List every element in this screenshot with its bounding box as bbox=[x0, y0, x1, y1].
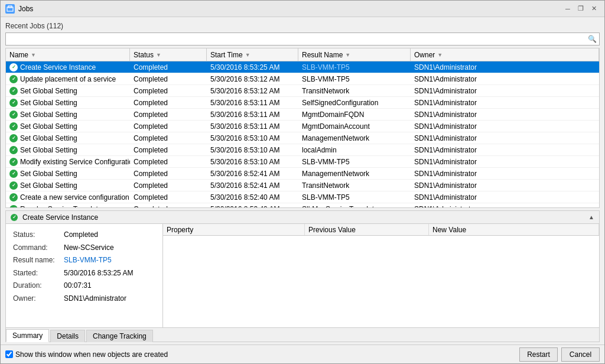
td-starttime: 5/30/2016 8:53:12 AM bbox=[207, 73, 298, 84]
sort-arrow-name: ▼ bbox=[31, 52, 36, 58]
duration-row: Duration: 00:07:31 bbox=[13, 280, 155, 292]
td-owner: SDN1\Administrator bbox=[411, 73, 599, 84]
table-row[interactable]: Modify existing Service Configuration Co… bbox=[6, 156, 599, 168]
td-resultname: TransitNetwork bbox=[298, 85, 411, 96]
command-row: Command: New-SCService bbox=[13, 242, 155, 255]
window-icon bbox=[5, 4, 15, 14]
row-status-icon bbox=[9, 122, 18, 131]
detail-header: Create Service Instance ▲ bbox=[6, 211, 599, 224]
row-status-icon bbox=[9, 205, 18, 208]
td-resultname: MgmtDomainAccount bbox=[298, 121, 411, 132]
close-button[interactable]: ✕ bbox=[588, 4, 600, 14]
td-owner: SDN1\Administrator bbox=[411, 144, 599, 155]
cancel-button[interactable]: Cancel bbox=[561, 347, 600, 362]
td-starttime: 5/30/2016 8:53:10 AM bbox=[207, 144, 298, 155]
tab-summary[interactable]: Summary bbox=[6, 329, 49, 342]
search-input[interactable] bbox=[8, 35, 588, 43]
td-resultname: localAdmin bbox=[298, 144, 411, 155]
td-name: Set Global Setting bbox=[6, 97, 130, 108]
table-row[interactable]: Set Global Setting Completed 5/30/2016 8… bbox=[6, 121, 599, 132]
table-row[interactable]: Set Global Setting Completed 5/30/2016 8… bbox=[6, 132, 599, 144]
table-row[interactable]: Create Service Instance Completed 5/30/2… bbox=[6, 61, 599, 73]
search-icon: 🔍 bbox=[588, 35, 597, 43]
td-owner: SDN1\Administrator bbox=[411, 203, 599, 207]
table-row[interactable]: Set Global Setting Completed 5/30/2016 8… bbox=[6, 85, 599, 97]
minimize-button[interactable]: ─ bbox=[562, 4, 574, 14]
td-starttime: 5/30/2016 8:53:12 AM bbox=[207, 85, 298, 96]
td-name: Set Global Setting bbox=[6, 85, 130, 96]
td-status: Completed bbox=[130, 132, 207, 144]
col-status[interactable]: Status ▼ bbox=[130, 48, 207, 61]
td-name: Create Service Instance bbox=[6, 61, 130, 73]
row-status-icon bbox=[9, 134, 18, 142]
title-bar-controls: ─ ❐ ✕ bbox=[562, 4, 600, 14]
show-window-checkbox-label[interactable]: Show this window when new objects are cr… bbox=[5, 350, 168, 359]
col-owner[interactable]: Owner ▼ bbox=[411, 48, 599, 61]
row-status-icon bbox=[9, 99, 18, 107]
td-starttime: 5/30/2016 8:52:41 AM bbox=[207, 180, 298, 191]
title-bar-left: Jobs bbox=[5, 4, 33, 14]
td-status: Completed bbox=[130, 61, 207, 73]
restart-button[interactable]: Restart bbox=[519, 347, 558, 362]
sort-arrow-status: ▼ bbox=[156, 52, 161, 58]
detail-section: Create Service Instance ▲ Status: Comple… bbox=[5, 210, 600, 342]
sort-arrow-starttime: ▼ bbox=[245, 52, 251, 58]
td-status: Completed bbox=[130, 156, 207, 167]
td-owner: SDN1\Administrator bbox=[411, 61, 599, 73]
table-row[interactable]: Set Global Setting Completed 5/30/2016 8… bbox=[6, 180, 599, 191]
td-status: Completed bbox=[130, 109, 207, 120]
jobs-table: Name ▼ Status ▼ Start Time ▼ Result Name… bbox=[5, 48, 600, 208]
td-starttime: 5/30/2016 8:53:11 AM bbox=[207, 121, 298, 132]
td-owner: SDN1\Administrator bbox=[411, 97, 599, 108]
td-name: Create a new service configuration bbox=[6, 191, 130, 203]
td-owner: SDN1\Administrator bbox=[411, 168, 599, 179]
row-status-icon bbox=[9, 110, 18, 119]
td-resultname: SLB-VMM-TP5 bbox=[298, 61, 411, 73]
td-name: Resolve Service Template bbox=[6, 203, 130, 207]
td-name: Set Global Setting bbox=[6, 109, 130, 120]
tab-change-tracking[interactable]: Change Tracking bbox=[86, 330, 153, 342]
table-row[interactable]: Set Global Setting Completed 5/30/2016 8… bbox=[6, 168, 599, 180]
table-row[interactable]: Update placement of a service Completed … bbox=[6, 73, 599, 85]
table-row[interactable]: Set Global Setting Completed 5/30/2016 8… bbox=[6, 144, 599, 156]
detail-collapse-button[interactable]: ▲ bbox=[588, 214, 594, 220]
prop-table-header: Property Previous Value New Value bbox=[163, 224, 599, 236]
title-bar: Jobs ─ ❐ ✕ bbox=[1, 1, 604, 17]
owner-row: Owner: SDN1\Administrator bbox=[13, 292, 155, 306]
td-starttime: 5/30/2016 8:53:11 AM bbox=[207, 109, 298, 120]
detail-status-icon bbox=[11, 214, 18, 221]
detail-left: Status: Completed Command: New-SCService… bbox=[6, 224, 162, 327]
td-resultname: SLB-VMM-TP5 bbox=[298, 73, 411, 84]
restore-button[interactable]: ❐ bbox=[575, 4, 587, 14]
show-window-checkbox[interactable] bbox=[5, 350, 13, 358]
search-bar[interactable]: 🔍 bbox=[5, 32, 600, 46]
col-resultname[interactable]: Result Name ▼ bbox=[298, 48, 411, 61]
detail-body: Status: Completed Command: New-SCService… bbox=[6, 224, 599, 327]
td-owner: SDN1\Administrator bbox=[411, 156, 599, 167]
table-row[interactable]: Set Global Setting Completed 5/30/2016 8… bbox=[6, 109, 599, 121]
td-name: Set Global Setting bbox=[6, 121, 130, 132]
td-name: Set Global Setting bbox=[6, 132, 130, 144]
table-row[interactable]: Resolve Service Template Completed 5/30/… bbox=[6, 203, 599, 207]
row-status-icon bbox=[9, 63, 18, 72]
table-row[interactable]: Create a new service configuration Compl… bbox=[6, 191, 599, 203]
tab-details[interactable]: Details bbox=[50, 330, 85, 342]
td-status: Completed bbox=[130, 203, 207, 207]
row-status-icon bbox=[9, 181, 18, 190]
col-starttime[interactable]: Start Time ▼ bbox=[207, 48, 298, 61]
table-row[interactable]: Set Global Setting Completed 5/30/2016 8… bbox=[6, 97, 599, 109]
result-name-row: Result name: SLB-VMM-TP5 bbox=[13, 254, 155, 267]
bottom-bar: Show this window when new objects are cr… bbox=[1, 344, 604, 363]
prop-col-prevval: Previous Value bbox=[305, 224, 429, 235]
td-status: Completed bbox=[130, 144, 207, 155]
prop-body bbox=[163, 236, 599, 327]
td-starttime: 5/30/2016 8:53:11 AM bbox=[207, 97, 298, 108]
main-window: Jobs ─ ❐ ✕ Recent Jobs (112) 🔍 Name ▼ St… bbox=[0, 0, 605, 364]
sort-arrow-owner: ▼ bbox=[437, 52, 443, 58]
td-owner: SDN1\Administrator bbox=[411, 180, 599, 191]
table-header: Name ▼ Status ▼ Start Time ▼ Result Name… bbox=[6, 48, 599, 61]
td-status: Completed bbox=[130, 191, 207, 203]
td-resultname: ManagementNetwork bbox=[298, 132, 411, 144]
detail-header-title: Create Service Instance bbox=[11, 213, 98, 222]
col-name[interactable]: Name ▼ bbox=[6, 48, 130, 61]
